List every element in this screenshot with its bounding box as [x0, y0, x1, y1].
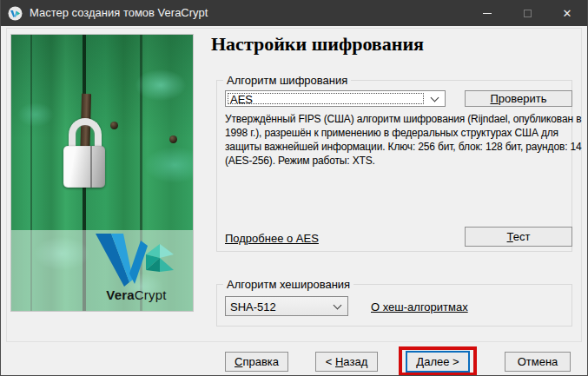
bolt-decoration: [110, 122, 118, 129]
minimize-button[interactable]: [467, 0, 507, 26]
veracrypt-app-icon: [8, 6, 23, 21]
veracrypt-wizard-window: Мастер создания томов VeraCrypt ✕: [0, 0, 588, 376]
benchmark-button-label: Тест: [507, 230, 531, 243]
padlock-seam: [90, 146, 92, 188]
logo-band: VeraCrypt: [11, 230, 193, 311]
chevron-down-icon: [334, 300, 342, 309]
hash-group-label: Алгоритм хеширования: [223, 278, 353, 291]
page-title: Настройки шифрования: [211, 33, 424, 56]
hash-algorithm-group: Алгоритм хеширования SHA-512 О хеш-алгор…: [216, 284, 572, 327]
cancel-button-label: Отмена: [518, 355, 558, 368]
close-icon: ✕: [563, 8, 572, 19]
help-button-label: Справка: [235, 355, 279, 368]
algorithm-description: Утверждённый FIPS (США) алгоритм шифрова…: [225, 112, 573, 168]
cancel-button[interactable]: Отмена: [505, 352, 571, 372]
minimize-icon: [483, 13, 492, 14]
hash-algorithm-value: SHA-512: [230, 300, 276, 313]
back-button[interactable]: < Назад: [315, 352, 378, 372]
bolt-decoration: [169, 135, 177, 143]
hash-algorithm-dropdown[interactable]: SHA-512: [225, 296, 348, 316]
encryption-algorithm-dropdown[interactable]: AES: [225, 90, 446, 107]
next-button-label: Далее >: [416, 355, 459, 368]
focus-rectangle: [228, 93, 424, 104]
verify-button[interactable]: Проверить: [465, 90, 572, 107]
maximize-button[interactable]: [507, 0, 547, 26]
padlock-icon: [63, 146, 105, 188]
sidebar-door-photo: VeraCrypt: [11, 35, 193, 311]
chevron-down-icon: [431, 93, 439, 102]
next-button[interactable]: Далее >: [406, 351, 470, 373]
back-button-label: < Назад: [326, 355, 367, 368]
benchmark-button[interactable]: Тест: [465, 227, 572, 247]
veracrypt-logo-icon: [94, 234, 181, 287]
encryption-algorithm-group: Алгоритм шифрования AES Проверить Утверж…: [216, 80, 572, 252]
encryption-group-label: Алгоритм шифрования: [223, 74, 351, 87]
maximize-icon: [524, 10, 532, 17]
titlebar: Мастер создания томов VeraCrypt ✕: [0, 0, 588, 26]
window-title: Мастер создания томов VeraCrypt: [30, 0, 208, 26]
hash-info-link[interactable]: О хеш-алгоритмах: [371, 300, 468, 313]
more-about-aes-link[interactable]: Подробнее о AES: [225, 232, 319, 245]
veracrypt-logo-text: VeraCrypt: [88, 287, 185, 302]
close-button[interactable]: ✕: [547, 0, 587, 26]
verify-button-label: Проверить: [490, 92, 546, 105]
help-button[interactable]: Справка: [225, 352, 288, 372]
